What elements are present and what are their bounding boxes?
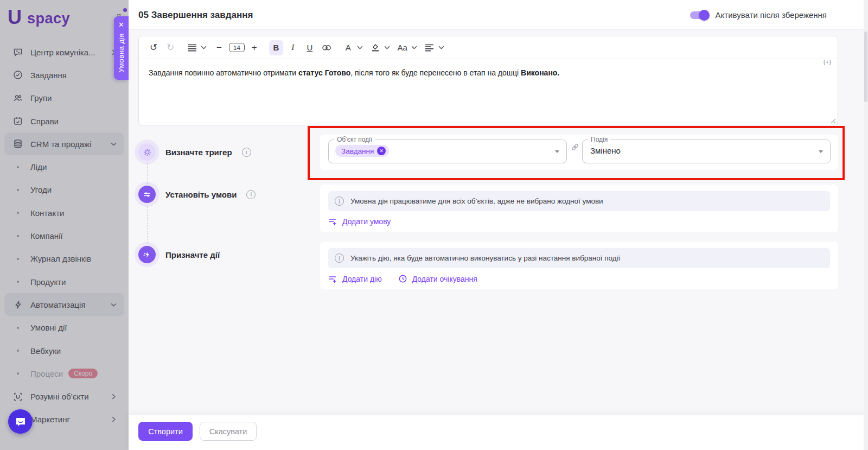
actions-card: i Укажіть дію, яка буде автоматично вико… — [320, 242, 838, 289]
field-label: Подія — [588, 136, 610, 143]
add-wait-button[interactable]: Додати очікування — [398, 274, 477, 283]
add-action-button[interactable]: Додати дію — [328, 275, 382, 283]
step-set-conditions: Установіть умови i — [138, 186, 256, 203]
undo-icon[interactable]: ↺ — [146, 40, 161, 55]
chat-widget-button[interactable] — [8, 409, 33, 434]
step-connector — [147, 206, 148, 243]
link-fields-icon — [570, 142, 580, 152]
chevron-down-icon[interactable] — [411, 46, 417, 49]
insert-variable-icon[interactable]: {+} — [824, 59, 831, 65]
drawer-tab-label: Умовна дія — [117, 33, 125, 73]
dropdown-caret-icon[interactable] — [555, 150, 559, 153]
text-case-button[interactable]: Aa — [395, 40, 410, 55]
highlight-color-icon[interactable] — [368, 40, 382, 55]
main-panel: 05 Завершення завдання Активувати після … — [129, 0, 868, 450]
editor-text: Завдання повинно автоматично отримати — [149, 68, 298, 77]
link-icon[interactable] — [320, 40, 334, 55]
info-icon: i — [335, 253, 344, 263]
close-icon[interactable]: ✕ — [118, 21, 124, 29]
chip-label: Завдання — [341, 147, 374, 155]
info-icon[interactable]: i — [242, 148, 251, 157]
step-assign-actions: Призначте дії — [138, 246, 220, 263]
actions-bolt-icon — [138, 246, 156, 263]
step-define-trigger: Визначте тригер i — [138, 143, 251, 161]
editor-bold-text: Виконано. — [521, 68, 559, 77]
font-size-decrease-icon[interactable]: − — [212, 40, 226, 55]
event-object-select[interactable]: Об’єкт події Завдання ✕ — [328, 140, 567, 163]
create-button[interactable]: Створити — [138, 422, 193, 441]
activate-after-save: Активувати після збереження — [690, 0, 827, 30]
font-size-increase-icon[interactable]: + — [247, 40, 261, 55]
activate-toggle-label: Активувати після збереження — [716, 10, 827, 20]
info-icon[interactable]: i — [246, 190, 256, 199]
description-editor: ↺ ↻ − 14 + B I U A Aa Зав — [138, 36, 838, 125]
panel-footer: Створити Скасувати — [129, 415, 868, 450]
editor-content[interactable]: Завдання повинно автоматично отримати ст… — [139, 59, 838, 86]
actions-info-text: Укажіть дію, яка буде автоматично викону… — [350, 254, 620, 262]
event-type-select[interactable]: Подія Змінено — [582, 140, 831, 163]
chevron-down-icon[interactable] — [201, 46, 207, 49]
scrollbar-thumb[interactable] — [864, 31, 867, 102]
list-plus-icon — [328, 217, 337, 226]
conditions-info-text: Умовна дія працюватиме для всіх об’єктів… — [350, 197, 603, 205]
scrollbar-track[interactable] — [864, 0, 868, 450]
activate-toggle[interactable] — [690, 11, 709, 19]
toggle-knob — [699, 10, 710, 21]
modal-dim-overlay — [0, 0, 129, 450]
chevron-down-icon[interactable] — [357, 46, 363, 49]
step-label: Установіть умови — [165, 190, 237, 199]
step-connector — [147, 163, 148, 184]
clock-icon — [398, 274, 407, 283]
editor-text: , після того як буде перенесено в етап н… — [350, 68, 521, 77]
resize-handle-icon[interactable] — [831, 118, 836, 124]
conditions-info-banner: i Умовна дія працюватиме для всіх об’єкт… — [328, 191, 830, 211]
app-window: U spacy Центр комуніка... Завдання Групи — [0, 0, 868, 450]
align-icon[interactable] — [423, 40, 437, 55]
cancel-button[interactable]: Скасувати — [200, 422, 257, 441]
trigger-card: Об’єкт події Завдання ✕ Подія Змінено — [320, 135, 838, 170]
conditional-action-drawer-tab[interactable]: ✕ Умовна дія — [114, 16, 129, 80]
field-value: Змінено — [590, 146, 621, 155]
conditions-sliders-icon — [138, 186, 156, 203]
field-label: Об’єкт події — [334, 136, 375, 143]
editor-bold-text: статус Готово — [298, 68, 350, 77]
remove-chip-icon[interactable]: ✕ — [377, 147, 386, 155]
page-title: 05 Завершення завдання — [138, 0, 253, 30]
selected-object-chip[interactable]: Завдання ✕ — [335, 145, 389, 157]
editor-toolbar: ↺ ↻ − 14 + B I U A Aa — [139, 36, 838, 59]
chevron-down-icon[interactable] — [384, 46, 390, 49]
underline-button[interactable]: U — [303, 40, 317, 55]
redo-icon[interactable]: ↻ — [163, 40, 177, 55]
info-icon: i — [335, 197, 344, 206]
add-condition-button[interactable]: Додати умову — [328, 217, 391, 226]
step-label: Визначте тригер — [165, 148, 232, 157]
font-size-value[interactable]: 14 — [229, 40, 245, 55]
conditions-card: i Умовна дія працюватиме для всіх об’єкт… — [320, 185, 838, 232]
trigger-gear-icon — [138, 143, 156, 161]
dropdown-caret-icon[interactable] — [819, 150, 823, 153]
line-spacing-icon[interactable] — [185, 40, 199, 55]
italic-button[interactable]: I — [286, 40, 300, 55]
actions-info-banner: i Укажіть дію, яка буде автоматично вико… — [328, 248, 830, 268]
text-color-button[interactable]: A — [341, 40, 355, 55]
step-label: Призначте дії — [165, 250, 220, 259]
sidebar: U spacy Центр комуніка... Завдання Групи — [0, 0, 129, 450]
bold-button[interactable]: B — [269, 40, 283, 55]
chat-bubble-icon — [14, 415, 27, 428]
chevron-down-icon[interactable] — [438, 46, 444, 49]
list-plus-icon — [328, 275, 337, 283]
